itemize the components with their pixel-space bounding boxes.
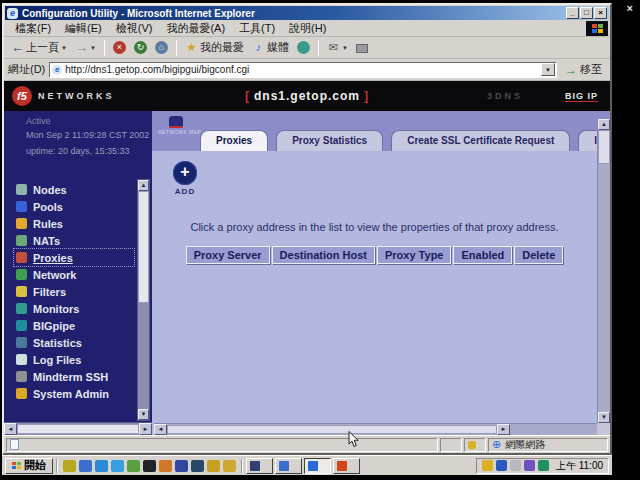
menu-item[interactable]: 檔案(F) bbox=[8, 20, 58, 37]
menu-item[interactable]: 編輯(E) bbox=[58, 20, 109, 37]
sidebar-item[interactable]: Monitors bbox=[14, 300, 134, 317]
sidebar-horizontal-scrollbar[interactable]: ◄ ► bbox=[4, 422, 152, 435]
quick-launch-icon[interactable] bbox=[207, 460, 220, 472]
menu-item[interactable]: 工具(T) bbox=[232, 20, 282, 37]
scrollbar-thumb[interactable] bbox=[598, 130, 610, 164]
menu-item[interactable]: 檢視(V) bbox=[109, 20, 160, 37]
tray-icon[interactable] bbox=[496, 460, 507, 471]
sidebar-item[interactable]: NATs bbox=[14, 232, 134, 249]
mouse-cursor bbox=[348, 431, 360, 449]
scroll-down-icon[interactable]: ▼ bbox=[598, 412, 610, 423]
quick-launch-icon[interactable] bbox=[223, 460, 236, 472]
quick-launch-icon[interactable] bbox=[95, 460, 108, 472]
tray-icon[interactable] bbox=[538, 460, 549, 471]
quick-launch-icon[interactable] bbox=[111, 460, 124, 472]
sidebar-item[interactable]: Nodes bbox=[14, 181, 134, 198]
scroll-up-icon[interactable]: ▲ bbox=[598, 119, 610, 130]
scroll-right-icon[interactable]: ► bbox=[139, 423, 152, 435]
tray-icon[interactable] bbox=[510, 460, 521, 471]
go-button[interactable]: → 移至 bbox=[561, 62, 606, 77]
menu-item[interactable]: 我的最愛(A) bbox=[159, 20, 232, 37]
back-button[interactable]: ← 上一頁 ▼ bbox=[8, 39, 70, 56]
tab[interactable]: Proxy Statistics bbox=[276, 130, 383, 151]
quick-launch-icon[interactable] bbox=[191, 460, 204, 472]
tab[interactable]: Create SSL Certificate Request bbox=[391, 130, 570, 151]
quick-launch-icon[interactable] bbox=[143, 460, 156, 472]
windows-logo bbox=[586, 21, 608, 36]
refresh-button[interactable]: ↻ bbox=[131, 40, 150, 55]
table-header-cell[interactable]: Delete bbox=[514, 246, 563, 264]
task-button[interactable] bbox=[304, 458, 331, 474]
quick-launch-icon[interactable] bbox=[63, 460, 76, 472]
add-button[interactable]: + ADD bbox=[168, 161, 202, 196]
tab[interactable]: Proxies bbox=[200, 130, 268, 151]
menu-item[interactable]: 說明(H) bbox=[282, 20, 333, 37]
sidebar-item[interactable]: Statistics bbox=[14, 334, 134, 351]
address-dropdown-icon[interactable]: ▼ bbox=[541, 63, 555, 76]
home-button[interactable]: ⌂ bbox=[152, 40, 171, 55]
stop-button[interactable]: × bbox=[110, 40, 129, 55]
mail-dropdown-icon[interactable]: ▼ bbox=[342, 45, 348, 51]
content-horizontal-scrollbar[interactable]: ◄ ► bbox=[154, 423, 597, 435]
hostname-text: dns1.getop.com bbox=[254, 89, 360, 103]
scroll-left-icon[interactable]: ◄ bbox=[4, 423, 17, 435]
favorites-button[interactable]: ★ 我的最愛 bbox=[182, 39, 247, 56]
table-header-cell[interactable]: Destination Host bbox=[272, 246, 375, 264]
minimize-button[interactable]: _ bbox=[566, 7, 579, 19]
add-icon: + bbox=[173, 161, 197, 185]
table-header-cell[interactable]: Proxy Server bbox=[186, 246, 270, 264]
status-main-pane bbox=[6, 438, 438, 452]
sidebar-vertical-scrollbar[interactable]: ▲ ▼ bbox=[137, 179, 150, 421]
sidebar-item[interactable]: System Admin bbox=[14, 385, 134, 402]
mail-button[interactable]: ✉ ▼ bbox=[324, 40, 351, 55]
sidebar-item[interactable]: Pools bbox=[14, 198, 134, 215]
scroll-right-icon[interactable]: ► bbox=[497, 424, 510, 435]
task-button[interactable] bbox=[333, 458, 360, 474]
task-button-icon bbox=[279, 461, 289, 471]
sidebar-item[interactable]: Mindterm SSH bbox=[14, 368, 134, 385]
close-button[interactable]: × bbox=[594, 7, 607, 19]
quick-launch-icon[interactable] bbox=[127, 460, 140, 472]
sidebar-item[interactable]: Filters bbox=[14, 283, 134, 300]
quick-launch-icon[interactable] bbox=[159, 460, 172, 472]
content-vertical-scrollbar[interactable]: ▲ ▼ bbox=[597, 119, 610, 423]
task-button[interactable] bbox=[246, 458, 273, 474]
scroll-left-icon[interactable]: ◄ bbox=[154, 424, 167, 435]
media-button[interactable]: ♪ 媒體 bbox=[249, 39, 292, 56]
media-icon: ♪ bbox=[252, 41, 265, 54]
hostname: [ dns1.getop.com ] bbox=[245, 89, 369, 103]
scrollbar-thumb[interactable] bbox=[167, 425, 497, 434]
tray-icon[interactable] bbox=[524, 460, 535, 471]
sidebar-item[interactable]: Network bbox=[14, 266, 134, 283]
scrollbar-thumb[interactable] bbox=[17, 424, 139, 434]
table-header-cell[interactable]: Proxy Type bbox=[377, 246, 452, 264]
scroll-down-icon[interactable]: ▼ bbox=[138, 409, 149, 420]
history-button[interactable] bbox=[294, 40, 313, 55]
sidebar-status: Active bbox=[26, 116, 51, 126]
sidebar-item[interactable]: Proxies bbox=[14, 249, 134, 266]
scrollbar-thumb[interactable] bbox=[138, 191, 149, 303]
proxies-icon bbox=[16, 252, 27, 263]
table-header-cell[interactable]: Enabled bbox=[453, 246, 512, 264]
forward-dropdown-icon[interactable]: ▼ bbox=[90, 45, 96, 51]
sidebar-item[interactable]: Rules bbox=[14, 215, 134, 232]
forward-button[interactable]: → ▼ bbox=[72, 40, 99, 55]
status-pane bbox=[464, 438, 486, 452]
taskbar-divider bbox=[241, 459, 243, 473]
back-icon: ← bbox=[11, 41, 24, 54]
start-button[interactable]: 開始 bbox=[5, 458, 53, 474]
sidebar-item[interactable]: Log Files bbox=[14, 351, 134, 368]
sidebar-item[interactable]: BIGpipe bbox=[14, 317, 134, 334]
quick-launch-icon[interactable] bbox=[175, 460, 188, 472]
network-map-button[interactable]: NETWORK MAP bbox=[158, 116, 194, 135]
back-dropdown-icon[interactable]: ▼ bbox=[61, 45, 67, 51]
print-button[interactable] bbox=[353, 41, 371, 54]
address-input[interactable]: e http://dns1.getop.com/bigipgui/bigconf… bbox=[49, 62, 557, 78]
quick-launch-icon[interactable] bbox=[79, 460, 92, 472]
scroll-up-icon[interactable]: ▲ bbox=[138, 180, 149, 191]
tab-strip: NETWORK MAP ProxiesProxy StatisticsCreat… bbox=[152, 111, 610, 151]
maximize-button[interactable]: □ bbox=[580, 7, 593, 19]
task-button[interactable] bbox=[275, 458, 302, 474]
browser-toolbar: ← 上一頁 ▼ → ▼ × ↻ ⌂ ★ 我的最愛 ♪ 媒體 bbox=[4, 37, 610, 59]
tray-icon[interactable] bbox=[482, 460, 493, 471]
